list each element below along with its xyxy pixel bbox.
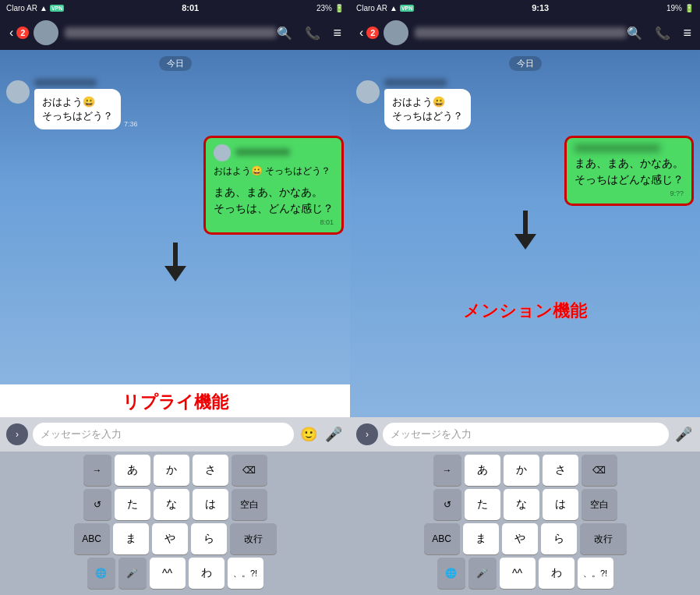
right-kb-sa[interactable]: さ — [543, 455, 578, 486]
left-battery-icon: 🔋 — [334, 4, 344, 12]
left-message-input[interactable]: メッセージを入力 — [33, 423, 294, 446]
right-kb-row1: → あ か さ ⌫ — [352, 455, 698, 486]
right-kb-ka[interactable]: か — [504, 455, 539, 486]
right-status-left: Claro AR ▲ VPN — [356, 4, 414, 12]
left-kb-sa[interactable]: さ — [193, 455, 228, 486]
left-kb-ra[interactable]: ら — [191, 523, 227, 554]
left-kb-hat[interactable]: ^^ — [150, 558, 186, 589]
left-menu-icon[interactable]: ≡ — [333, 25, 341, 41]
right-kb-undo[interactable]: ↺ — [433, 489, 461, 520]
right-kb-arrow[interactable]: → — [433, 455, 461, 486]
right-kb-delete[interactable]: ⌫ — [582, 455, 617, 486]
right-kb-globe[interactable]: 🌐 — [437, 558, 465, 589]
right-arrow-annotation — [356, 211, 694, 250]
right-message-input[interactable]: メッセージを入力 — [383, 423, 669, 446]
left-back-button[interactable]: ‹ — [9, 26, 13, 40]
right-date-label: 今日 — [509, 56, 542, 71]
left-status-right: 23% 🔋 — [316, 4, 344, 12]
right-expand-icon: › — [366, 429, 369, 440]
left-kb-row2: ↺ た な は 空白 — [2, 489, 348, 520]
right-nav-badge: 2 — [366, 27, 379, 39]
left-kb-enter[interactable]: 改行 — [230, 523, 277, 554]
right-carrier: Claro AR — [356, 4, 387, 12]
left-kb-na[interactable]: な — [154, 489, 189, 520]
right-kb-ma[interactable]: ま — [463, 523, 499, 554]
right-chat-area: 今日 おはよう😀そっちはどう？ まあ、まあ、かなあ。そっちはどんな感じ？ 9:?… — [350, 50, 700, 417]
right-battery-icon: 🔋 — [684, 4, 694, 12]
right-kb-enter[interactable]: 改行 — [580, 523, 627, 554]
right-kb-space[interactable]: 空白 — [582, 489, 617, 520]
right-arrow-shaft — [523, 211, 528, 234]
right-mic-icon[interactable]: 🎤 — [673, 424, 694, 444]
left-kb-space[interactable]: 空白 — [232, 489, 267, 520]
left-call-icon[interactable]: 📞 — [305, 26, 320, 41]
left-kb-punct[interactable]: 、。?! — [228, 558, 263, 589]
left-kb-row3: ABC ま や ら 改行 — [2, 523, 348, 554]
left-kb-arrow[interactable]: → — [83, 455, 111, 486]
left-msg1-row: おはよう😀そっちはどう？ 7:36 — [6, 79, 344, 129]
left-nav-icons: 🔍 📞 ≡ — [277, 25, 341, 41]
right-kb-a[interactable]: あ — [465, 455, 500, 486]
left-kb-a[interactable]: あ — [115, 455, 150, 486]
left-kb-ha[interactable]: は — [193, 489, 228, 520]
left-kb-wa[interactable]: わ — [189, 558, 224, 589]
right-phone-panel: Claro AR ▲ VPN 9:13 19% 🔋 ‹ 2 🔍 📞 ≡ 今日 — [350, 0, 700, 595]
left-status-bar: Claro AR ▲ VPN 8:01 23% 🔋 — [0, 0, 350, 16]
right-expand-button[interactable]: › — [356, 423, 378, 445]
left-feature-label: リプライ機能 — [0, 384, 350, 417]
left-feature-label-text: リプライ機能 — [122, 392, 228, 412]
right-nav-icons: 🔍 📞 ≡ — [627, 25, 691, 41]
right-feature-label-text: メンション機能 — [463, 301, 587, 321]
right-call-icon[interactable]: 📞 — [655, 26, 670, 41]
right-mention-name-row — [574, 144, 684, 152]
right-search-icon[interactable]: 🔍 — [627, 26, 642, 41]
right-menu-icon[interactable]: ≡ — [683, 25, 691, 41]
left-kb-globe[interactable]: 🌐 — [87, 558, 115, 589]
right-status-right: 19% 🔋 — [666, 4, 694, 12]
left-emoji-icon[interactable]: 🙂 — [299, 424, 319, 444]
left-chat-area: 今日 おはよう😀そっちはどう？ 7:36 おはよう😀 そっちはどう？ まあ、まあ… — [0, 50, 350, 384]
left-search-icon[interactable]: 🔍 — [277, 26, 292, 41]
right-vpn-badge: VPN — [400, 5, 414, 12]
right-kb-ta[interactable]: た — [465, 489, 500, 520]
right-back-button[interactable]: ‹ — [359, 26, 363, 40]
right-msg1-name-blur — [384, 79, 447, 87]
right-status-bar: Claro AR ▲ VPN 9:13 19% 🔋 — [350, 0, 700, 16]
right-kb-hat[interactable]: ^^ — [500, 558, 536, 589]
left-msg1-avatar — [6, 80, 30, 104]
left-nav-badge: 2 — [16, 27, 29, 39]
right-kb-ra[interactable]: ら — [541, 523, 577, 554]
right-kb-abc[interactable]: ABC — [424, 523, 460, 554]
right-kb-punct[interactable]: 、。?! — [578, 558, 613, 589]
left-kb-ya[interactable]: や — [152, 523, 188, 554]
right-msg1-bubble: おはよう😀そっちはどう？ — [384, 89, 471, 129]
left-kb-delete[interactable]: ⌫ — [232, 455, 267, 486]
left-kb-mic[interactable]: 🎤 — [118, 558, 147, 589]
right-nav-bar: ‹ 2 🔍 📞 ≡ — [350, 16, 700, 50]
left-reply-highlight-box: おはよう😀 そっちはどう？ まあ、まあ、かなあ。そっちは、どんな感じ？ 8:01 — [203, 136, 344, 235]
right-kb-na[interactable]: な — [504, 489, 539, 520]
left-nav-name — [65, 27, 277, 38]
right-input-bar: › メッセージを入力 🎤 — [350, 417, 700, 452]
right-kb-mic[interactable]: 🎤 — [468, 558, 497, 589]
right-kb-row3: ABC ま や ら 改行 — [352, 523, 698, 554]
left-arrow-annotation — [6, 243, 344, 282]
left-mic-icon[interactable]: 🎤 — [323, 424, 344, 444]
left-kb-ta[interactable]: た — [115, 489, 150, 520]
left-expand-button[interactable]: › — [6, 423, 28, 445]
left-kb-ma[interactable]: ま — [113, 523, 149, 554]
left-battery: 23% — [316, 4, 332, 12]
right-kb-wa[interactable]: わ — [539, 558, 574, 589]
left-kb-undo[interactable]: ↺ — [83, 489, 111, 520]
left-kb-abc[interactable]: ABC — [74, 523, 110, 554]
right-mention-label-container: メンション機能 — [358, 299, 692, 323]
right-msg1-row: おはよう😀そっちはどう？ — [356, 79, 694, 129]
right-kb-row2: ↺ た な は 空白 — [352, 489, 698, 520]
left-input-bar: › メッセージを入力 🙂 🎤 — [0, 417, 350, 452]
right-kb-ya[interactable]: や — [502, 523, 538, 554]
right-arrow-head — [514, 234, 536, 250]
left-vpn-badge: VPN — [50, 5, 64, 12]
right-kb-ha[interactable]: は — [543, 489, 578, 520]
left-kb-ka[interactable]: か — [154, 455, 189, 486]
left-reply-main-text: まあ、まあ、かなあ。そっちは、どんな感じ？ — [214, 184, 334, 217]
